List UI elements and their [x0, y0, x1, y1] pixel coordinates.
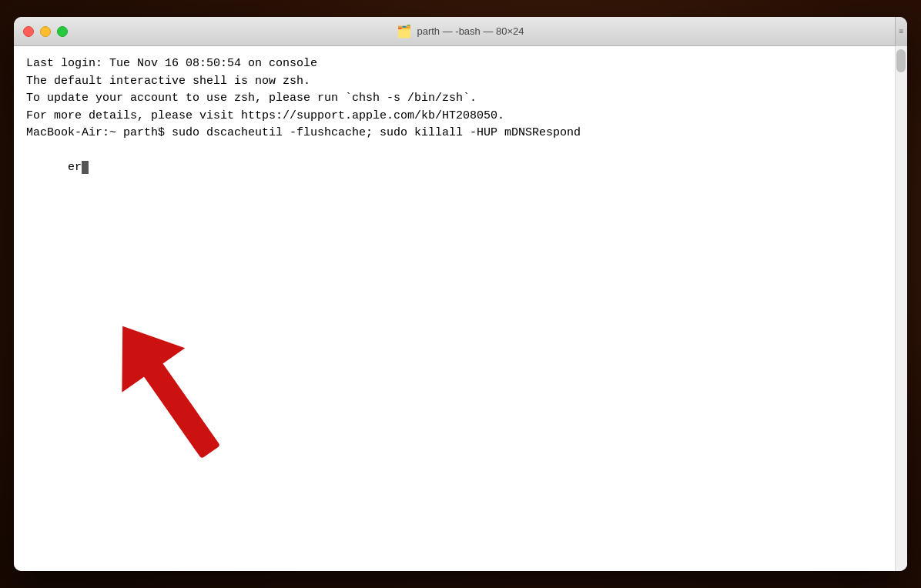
- svg-rect-0: [131, 345, 220, 459]
- maximize-button[interactable]: [57, 26, 68, 37]
- title-icon: 🗂️: [397, 24, 412, 38]
- minimize-button[interactable]: [40, 26, 51, 37]
- title-bar: 🗂️ parth — -bash — 80×24 ≡: [14, 17, 907, 46]
- scrollbar-top-button[interactable]: ≡: [895, 17, 907, 46]
- terminal-window: 🗂️ parth — -bash — 80×24 ≡ Last login: T…: [14, 17, 907, 571]
- arrow-annotation: [91, 294, 260, 509]
- terminal-line-5: For more details, please visit https://s…: [26, 108, 895, 125]
- scrollbar-track[interactable]: [895, 46, 907, 571]
- window-title: 🗂️ parth — -bash — 80×24: [397, 24, 524, 38]
- title-text: parth — -bash — 80×24: [417, 25, 524, 37]
- terminal-line-7: er: [26, 142, 895, 195]
- terminal-line-3: The default interactive shell is now zsh…: [26, 73, 895, 91]
- close-button[interactable]: [23, 26, 34, 37]
- cursor: [82, 161, 89, 174]
- scrollbar-thumb[interactable]: [896, 49, 906, 72]
- terminal-line-1: Last login: Tue Nov 16 08:50:54 on conso…: [26, 55, 895, 73]
- terminal-content[interactable]: Last login: Tue Nov 16 08:50:54 on conso…: [14, 46, 907, 571]
- terminal-line-4: To update your account to use zsh, pleas…: [26, 90, 895, 108]
- traffic-lights: [23, 26, 68, 37]
- terminal-line-6: MacBook-Air:~ parth$ sudo dscacheutil -f…: [26, 125, 895, 142]
- svg-marker-1: [91, 304, 185, 393]
